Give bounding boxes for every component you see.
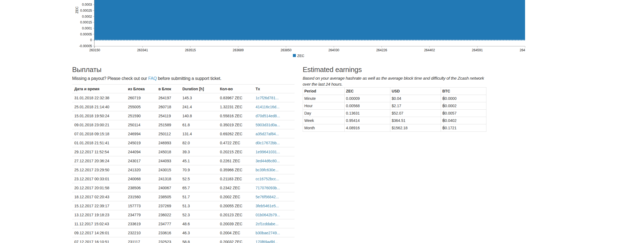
svg-text:264770: 264770: [520, 48, 525, 52]
svg-text:0: 0: [90, 38, 92, 42]
svg-text:263689: 263689: [233, 48, 244, 52]
svg-text:263150: 263150: [89, 48, 100, 52]
svg-text:264591: 264591: [472, 48, 483, 52]
svg-text:ZEC: ZEC: [75, 7, 79, 14]
svg-text:263850: 263850: [281, 48, 292, 52]
svg-text:0.00015: 0.00015: [80, 20, 92, 24]
svg-text:263341: 263341: [137, 48, 148, 52]
svg-text:264402: 264402: [424, 48, 435, 52]
svg-text:ZEC: ZEC: [297, 54, 304, 58]
svg-text:264226: 264226: [376, 48, 387, 52]
svg-text:264030: 264030: [328, 48, 339, 52]
svg-text:0.0002: 0.0002: [82, 15, 92, 19]
svg-text:0.00025: 0.00025: [80, 9, 92, 13]
svg-text:0.00005: 0.00005: [80, 32, 92, 36]
svg-text:-0.00005: -0.00005: [79, 44, 92, 48]
svg-text:0.0003: 0.0003: [82, 3, 92, 7]
svg-text:263515: 263515: [185, 48, 196, 52]
svg-text:0.0001: 0.0001: [82, 26, 92, 30]
